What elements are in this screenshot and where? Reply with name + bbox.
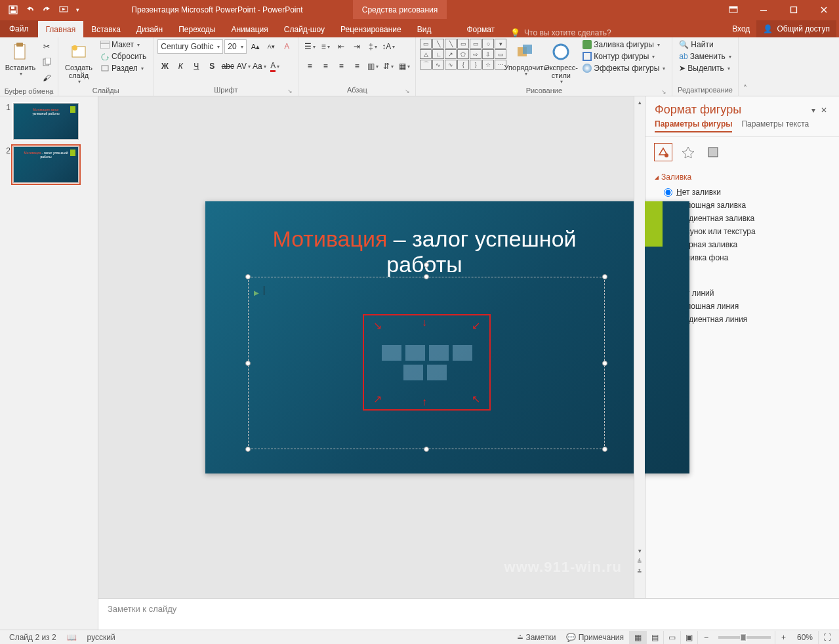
comments-toggle[interactable]: 💬 Примечания [561, 633, 629, 642]
status-slide-indicator[interactable]: Слайд 2 из 2 [4, 633, 62, 642]
tab-design[interactable]: Дизайн [129, 21, 171, 37]
share-button[interactable]: 👤 Общий доступ [756, 20, 836, 37]
numbering-button[interactable]: ≡▾ [318, 39, 333, 54]
arrange-button[interactable]: Упорядочить▾ [509, 39, 542, 77]
decrease-indent-button[interactable]: ⇤ [334, 39, 348, 54]
increase-font-button[interactable]: A▴ [248, 39, 262, 54]
shape-textbox[interactable]: ▭ [420, 39, 432, 49]
smartart-button[interactable]: ▦▾ [397, 59, 411, 73]
slide-thumbnail-2[interactable]: Мотивация - залог успешнойработы [13, 146, 79, 183]
align-text-button[interactable]: ⇵▾ [381, 59, 396, 73]
resize-handle-n[interactable] [424, 274, 429, 279]
fill-section-header[interactable]: ◢Заливка [655, 172, 830, 182]
shadow-button[interactable]: S [205, 59, 219, 73]
fill-none-label[interactable]: Нет заливки [676, 188, 721, 197]
clear-formatting-button[interactable]: A [279, 39, 294, 54]
zoom-out-button[interactable]: − [697, 631, 714, 644]
slide-title-text[interactable]: Мотивация – залог успешной работы [245, 226, 604, 277]
tab-transitions[interactable]: Переходы [171, 21, 223, 37]
resize-handle-nw[interactable] [245, 274, 251, 279]
resize-handle-sw[interactable] [245, 447, 251, 452]
slide-thumbnails-pane[interactable]: 1 Мотивация залогуспешной работы 2 Мотив… [0, 96, 98, 630]
resize-handle-ne[interactable] [602, 274, 607, 279]
tab-animation[interactable]: Анимация [223, 21, 276, 37]
scroll-down-button[interactable]: ▾ [635, 546, 645, 555]
drawing-launcher[interactable]: ↘ [661, 89, 666, 95]
tab-slideshow[interactable]: Слайд-шоу [276, 21, 333, 37]
ribbon-options-button[interactable] [718, 0, 748, 19]
font-size-combo[interactable]: 20▾ [224, 39, 247, 54]
vertical-scrollbar[interactable]: ▴ ▾ ≜ ≛ [634, 96, 645, 598]
reset-button[interactable]: Сбросить [98, 50, 149, 62]
fill-none-radio[interactable] [664, 188, 672, 197]
bold-button[interactable]: Ж [157, 59, 172, 73]
next-slide-button[interactable]: ≛ [635, 567, 645, 576]
placeholder-selection[interactable] [248, 277, 605, 449]
section-button[interactable]: Раздел▾ [98, 62, 149, 74]
collapse-ribbon-button[interactable]: ˄ [739, 37, 752, 96]
decrease-font-button[interactable]: A▾ [264, 39, 278, 54]
align-left-button[interactable]: ≡ [302, 59, 317, 73]
shape-effects-button[interactable]: Эффекты фигуры▾ [580, 62, 668, 74]
sorter-view-button[interactable]: ▤ [646, 631, 663, 644]
justify-button[interactable]: ≡ [350, 59, 364, 73]
new-slide-button[interactable]: Создать слайд ▾ [62, 39, 95, 85]
columns-button[interactable]: ▥▾ [365, 59, 380, 73]
zoom-in-button[interactable]: + [775, 631, 792, 644]
strikethrough-button[interactable]: abc [220, 59, 235, 73]
pane-close-button[interactable]: ✕ [818, 106, 830, 115]
fit-to-window-button[interactable]: ⛶ [818, 631, 835, 644]
qat-customize[interactable]: ▾ [73, 2, 81, 18]
slideshow-view-button[interactable]: ▣ [680, 631, 697, 644]
fill-line-tab-icon[interactable] [655, 144, 672, 161]
save-button[interactable] [5, 2, 21, 18]
scroll-up-button[interactable]: ▴ [635, 97, 645, 107]
tab-file[interactable]: Файл [0, 20, 38, 37]
select-button[interactable]: ➤Выделить▾ [676, 62, 733, 74]
shape-fill-button[interactable]: Заливка фигуры▾ [580, 39, 668, 50]
cut-button[interactable]: ✂ [39, 39, 54, 54]
tab-view[interactable]: Вид [409, 21, 440, 37]
resize-handle-e[interactable] [602, 361, 607, 366]
font-launcher[interactable]: ↘ [287, 88, 293, 94]
font-name-combo[interactable]: Century Gothic▾ [157, 39, 223, 54]
paragraph-launcher[interactable]: ↘ [405, 88, 410, 94]
layout-button[interactable]: Макет▾ [98, 39, 149, 50]
maximize-button[interactable] [779, 0, 809, 19]
size-tab-icon[interactable] [705, 144, 722, 161]
format-painter-button[interactable]: 🖌 [39, 71, 54, 85]
spellcheck-button[interactable]: 📖 [62, 633, 82, 642]
find-button[interactable]: 🔍Найти [676, 39, 733, 50]
align-right-button[interactable]: ≡ [334, 59, 348, 73]
slide-canvas[interactable]: Мотивация – залог успешной работы ↘ ↓ ↙ [98, 96, 634, 598]
zoom-level[interactable]: 60% [792, 633, 818, 642]
tell-me-search[interactable]: 💡 Что вы хотите сделать? [502, 28, 726, 37]
italic-button[interactable]: К [173, 59, 188, 73]
pane-tab-shape-options[interactable]: Параметры фигуры [655, 119, 732, 132]
rotation-handle[interactable] [424, 262, 429, 268]
copy-button[interactable] [39, 55, 54, 70]
notes-toggle[interactable]: ≐ Заметки [512, 633, 561, 642]
pane-options-button[interactable]: ▾ [809, 106, 818, 115]
shapes-gallery[interactable]: ▭╲╲▭▭○▾ △∟↗⬠⇨⇩▭ ⌒∿∿{}☆⋯ [420, 39, 506, 70]
tab-format[interactable]: Формат [459, 21, 502, 37]
prev-slide-button[interactable]: ≜ [635, 556, 645, 566]
zoom-slider-thumb[interactable] [741, 634, 746, 641]
bullets-button[interactable]: ☰▾ [302, 39, 317, 54]
minimize-button[interactable] [748, 0, 779, 19]
replace-button[interactable]: abЗаменить▾ [676, 50, 733, 62]
quick-styles-button[interactable]: Экспресс- стили▾ [544, 39, 577, 85]
align-center-button[interactable]: ≡ [318, 59, 333, 73]
slide-thumbnail-1[interactable]: Мотивация залогуспешной работы [13, 103, 79, 140]
resize-handle-se[interactable] [602, 447, 607, 452]
tab-review[interactable]: Рецензирование [333, 21, 409, 37]
font-color-button[interactable]: A▾ [268, 59, 282, 73]
undo-button[interactable] [22, 2, 38, 18]
underline-button[interactable]: Ч [189, 59, 203, 73]
start-from-beginning-button[interactable] [56, 2, 72, 18]
reading-view-button[interactable]: ▭ [663, 631, 680, 644]
clipboard-launcher[interactable]: ↘ [47, 89, 52, 96]
shape-outline-button[interactable]: Контур фигуры▾ [580, 50, 668, 62]
tab-home[interactable]: Главная [38, 21, 84, 37]
zoom-slider[interactable] [718, 636, 771, 639]
